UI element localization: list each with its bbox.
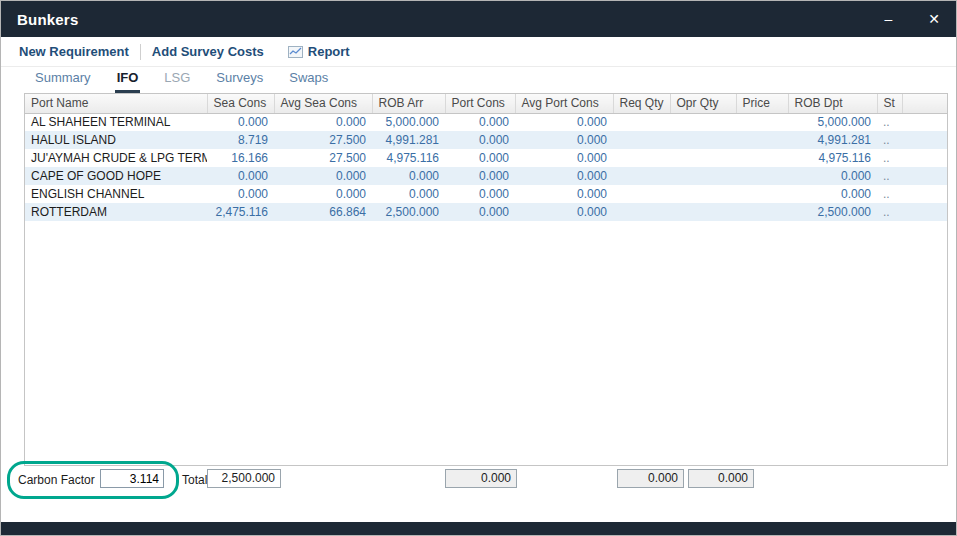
cell-port-name[interactable]: AL SHAHEEN TERMINAL: [25, 113, 207, 131]
table-row[interactable]: JU'AYMAH CRUDE & LPG TERMIN16.16627.5004…: [25, 149, 948, 167]
cell-req-qty[interactable]: [613, 113, 670, 131]
cell-rob-arr[interactable]: 2,500.000: [372, 203, 445, 221]
table-row[interactable]: ROTTERDAM2,475.11666.8642,500.0000.0000.…: [25, 203, 948, 221]
minimize-button[interactable]: –: [884, 12, 892, 26]
column-header-filler[interactable]: [902, 94, 948, 113]
cell-avg-port-cons[interactable]: 0.000: [515, 131, 613, 149]
cell-avg-sea-cons[interactable]: 0.000: [274, 185, 372, 203]
cell-avg-sea-cons[interactable]: 66.864: [274, 203, 372, 221]
cell-price[interactable]: [736, 185, 788, 203]
cell-port-cons[interactable]: 0.000: [445, 131, 515, 149]
cell-port-name[interactable]: CAPE OF GOOD HOPE: [25, 167, 207, 185]
cell-price[interactable]: [736, 113, 788, 131]
cell-rob-arr[interactable]: 0.000: [372, 185, 445, 203]
cell-req-qty[interactable]: [613, 131, 670, 149]
cell-port-cons[interactable]: 0.000: [445, 185, 515, 203]
cell-sea-cons[interactable]: 8.719: [207, 131, 274, 149]
cell-avg-sea-cons[interactable]: 0.000: [274, 113, 372, 131]
cell-rob-arr[interactable]: 5,000.000: [372, 113, 445, 131]
cell-opr-qty[interactable]: [670, 167, 736, 185]
cell-avg-sea-cons[interactable]: 27.500: [274, 149, 372, 167]
close-button[interactable]: ✕: [928, 12, 940, 26]
cell-filler[interactable]: [902, 149, 948, 167]
tab-surveys[interactable]: Surveys: [214, 70, 265, 93]
cell-avg-port-cons[interactable]: 0.000: [515, 167, 613, 185]
cell-rob-arr[interactable]: 4,991.281: [372, 131, 445, 149]
column-header-rob-arr[interactable]: ROB Arr: [372, 94, 445, 113]
cell-port-cons[interactable]: 0.000: [445, 113, 515, 131]
cell-st[interactable]: ..: [877, 185, 902, 203]
cell-port-name[interactable]: ROTTERDAM: [25, 203, 207, 221]
cell-filler[interactable]: [902, 131, 948, 149]
cell-req-qty[interactable]: [613, 167, 670, 185]
column-header-price[interactable]: Price: [736, 94, 788, 113]
cell-avg-sea-cons[interactable]: 27.500: [274, 131, 372, 149]
cell-avg-port-cons[interactable]: 0.000: [515, 203, 613, 221]
cell-rob-dpt[interactable]: 5,000.000: [788, 113, 877, 131]
cell-port-name[interactable]: HALUL ISLAND: [25, 131, 207, 149]
cell-opr-qty[interactable]: [670, 113, 736, 131]
new-requirement-button[interactable]: New Requirement: [19, 44, 129, 59]
table-row[interactable]: CAPE OF GOOD HOPE0.0000.0000.0000.0000.0…: [25, 167, 948, 185]
add-survey-costs-button[interactable]: Add Survey Costs: [152, 44, 264, 59]
cell-rob-arr[interactable]: 0.000: [372, 167, 445, 185]
tab-ifo[interactable]: IFO: [115, 70, 141, 93]
cell-st[interactable]: ..: [877, 131, 902, 149]
cell-filler[interactable]: [902, 113, 948, 131]
column-header-opr-qty[interactable]: Opr Qty: [670, 94, 736, 113]
cell-filler[interactable]: [902, 167, 948, 185]
cell-st[interactable]: ..: [877, 203, 902, 221]
cell-price[interactable]: [736, 149, 788, 167]
cell-avg-sea-cons[interactable]: 0.000: [274, 167, 372, 185]
cell-opr-qty[interactable]: [670, 131, 736, 149]
cell-req-qty[interactable]: [613, 185, 670, 203]
cell-opr-qty[interactable]: [670, 203, 736, 221]
column-header-st[interactable]: St: [877, 94, 902, 113]
column-header-port-cons[interactable]: Port Cons: [445, 94, 515, 113]
cell-price[interactable]: [736, 167, 788, 185]
cell-rob-dpt[interactable]: 0.000: [788, 167, 877, 185]
tab-lsg[interactable]: LSG: [162, 70, 192, 93]
cell-opr-qty[interactable]: [670, 149, 736, 167]
tab-swaps[interactable]: Swaps: [287, 70, 330, 93]
cell-rob-dpt[interactable]: 2,500.000: [788, 203, 877, 221]
column-header-avg-sea-cons[interactable]: Avg Sea Cons: [274, 94, 372, 113]
table-row[interactable]: ENGLISH CHANNEL0.0000.0000.0000.0000.000…: [25, 185, 948, 203]
cell-port-cons[interactable]: 0.000: [445, 149, 515, 167]
cell-st[interactable]: ..: [877, 167, 902, 185]
cell-avg-port-cons[interactable]: 0.000: [515, 185, 613, 203]
report-button[interactable]: Report: [308, 44, 350, 59]
cell-port-name[interactable]: JU'AYMAH CRUDE & LPG TERMIN: [25, 149, 207, 167]
cell-port-cons[interactable]: 0.000: [445, 203, 515, 221]
cell-sea-cons[interactable]: 16.166: [207, 149, 274, 167]
cell-filler[interactable]: [902, 185, 948, 203]
cell-avg-port-cons[interactable]: 0.000: [515, 113, 613, 131]
cell-sea-cons[interactable]: 0.000: [207, 167, 274, 185]
cell-sea-cons[interactable]: 0.000: [207, 185, 274, 203]
cell-rob-arr[interactable]: 4,975.116: [372, 149, 445, 167]
column-header-req-qty[interactable]: Req Qty: [613, 94, 670, 113]
carbon-factor-input[interactable]: [100, 469, 164, 488]
table-row[interactable]: AL SHAHEEN TERMINAL0.0000.0005,000.0000.…: [25, 113, 948, 131]
column-header-port-name[interactable]: Port Name: [25, 94, 207, 113]
cell-port-cons[interactable]: 0.000: [445, 167, 515, 185]
column-header-sea-cons[interactable]: Sea Cons: [207, 94, 274, 113]
cell-filler[interactable]: [902, 203, 948, 221]
cell-sea-cons[interactable]: 0.000: [207, 113, 274, 131]
cell-avg-port-cons[interactable]: 0.000: [515, 149, 613, 167]
cell-sea-cons[interactable]: 2,475.116: [207, 203, 274, 221]
column-header-avg-port-cons[interactable]: Avg Port Cons: [515, 94, 613, 113]
cell-st[interactable]: ..: [877, 149, 902, 167]
cell-rob-dpt[interactable]: 4,991.281: [788, 131, 877, 149]
cell-req-qty[interactable]: [613, 149, 670, 167]
cell-st[interactable]: ..: [877, 113, 902, 131]
tab-summary[interactable]: Summary: [33, 70, 93, 93]
cell-price[interactable]: [736, 131, 788, 149]
cell-rob-dpt[interactable]: 0.000: [788, 185, 877, 203]
cell-price[interactable]: [736, 203, 788, 221]
column-header-rob-dpt[interactable]: ROB Dpt: [788, 94, 877, 113]
cell-port-name[interactable]: ENGLISH CHANNEL: [25, 185, 207, 203]
cell-rob-dpt[interactable]: 4,975.116: [788, 149, 877, 167]
cell-req-qty[interactable]: [613, 203, 670, 221]
cell-opr-qty[interactable]: [670, 185, 736, 203]
